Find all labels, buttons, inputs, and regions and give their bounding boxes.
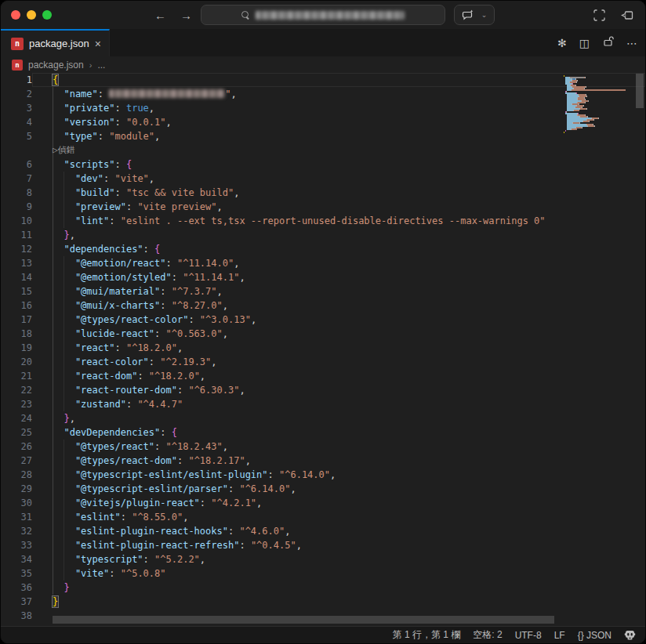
code-line: 27 "@types/react-dom": "^18.2.17", [1,454,645,468]
code-lines: 1{2 "name": ",3 "private": true,4 "versi… [1,73,645,623]
line-number: 26 [1,440,32,454]
back-arrow-icon[interactable]: ← [154,9,166,22]
zoom-window-button[interactable] [42,10,52,20]
code-line: 1{ [1,73,645,87]
horizontal-scrollbar[interactable] [53,616,554,624]
code-line: 30 "@vitejs/plugin-react": "^4.2.1", [1,496,645,510]
code-line: 19 "react": "^18.2.0", [1,341,645,355]
code-line: 14 "@emotion/styled": "^11.14.1", [1,270,645,284]
code-line: 22 "react-router-dom": "^6.30.3", [1,383,645,397]
editor-actions: ✻ ◫ ⋯ [557,29,637,56]
code-line: 36 } [1,581,645,595]
line-number: 18 [1,327,32,341]
chevron-down-icon[interactable]: ⌄ [481,11,488,19]
code-line: 2 "name": ", [1,87,645,101]
code-line: 5 "type": "module", [1,129,645,143]
line-number: 28 [1,468,32,482]
encoding-status[interactable]: UTF-8 [515,630,542,641]
line-number: 21 [1,369,32,383]
tab-bar: n package.json × ✻ ◫ ⋯ [1,29,645,56]
codelens-row[interactable]: ▷偵錯 [1,143,645,157]
titlebar: ← → ⌄ [1,1,645,29]
line-number: 14 [1,270,32,284]
line-number: 37 [1,595,32,609]
code-line: 34 "typescript": "^5.2.2", [1,552,645,566]
code-line: 28 "@typescript-eslint/eslint-plugin": "… [1,468,645,482]
traffic-lights [11,10,52,20]
line-number: 10 [1,214,32,228]
copilot-status-icon[interactable] [624,630,636,640]
line-number: 12 [1,242,32,256]
code-line: 35 "vite": "^5.0.8" [1,566,645,581]
minimize-window-button[interactable] [27,10,36,20]
line-number: 16 [1,298,32,313]
customize-layout-icon[interactable] [593,9,605,21]
code-line: 10 "lint": "eslint . --ext ts,tsx --repo… [1,214,645,228]
vertical-scrollbar[interactable] [636,74,644,108]
history-nav: ← → [154,9,192,22]
code-line: 8 "build": "tsc && vite build", [1,186,645,200]
line-number: 5 [1,129,32,143]
line-number: 1 [1,73,32,87]
status-bar: 第 1 行，第 1 欄 空格: 2 UTF-8 LF {} JSON [1,626,645,643]
breadcrumb-separator-icon: › [89,60,93,70]
breadcrumb-symbol[interactable]: ... [97,60,105,71]
code-line: 25 "devDependencies": { [1,425,645,440]
close-window-button[interactable] [11,10,20,20]
code-line: 16 "@mui/x-charts": "^8.27.0", [1,298,645,313]
line-number: 27 [1,454,32,468]
code-line: 32 "eslint-plugin-react-hooks": "^4.6.0"… [1,524,645,538]
line-number: 6 [1,157,32,172]
code-line: 37} [1,595,645,609]
line-number: 30 [1,496,32,510]
search-input[interactable] [201,5,445,25]
toggle-panel-icon[interactable] [621,9,634,21]
forward-arrow-icon[interactable]: → [180,9,192,22]
line-number: 4 [1,115,32,129]
code-line: 12 "dependencies": { [1,242,645,256]
chat-bubble-sparkle-icon [462,9,474,21]
code-line: 15 "@mui/material": "^7.3.7", [1,284,645,298]
language-mode-status[interactable]: {} JSON [578,630,612,641]
line-number: 38 [1,609,32,623]
code-line: 26 "@types/react": "^18.2.43", [1,440,645,454]
line-number: 17 [1,313,32,327]
eol-status[interactable]: LF [554,630,565,641]
copilot-chat-button[interactable]: ⌄ [454,5,495,25]
indentation-status[interactable]: 空格: 2 [473,628,502,642]
code-line: 20 "react-color": "^2.19.3", [1,355,645,369]
line-number: 24 [1,411,32,425]
code-line: 11 }, [1,228,645,242]
breadcrumb-file[interactable]: package.json [28,60,84,71]
search-text-redacted [256,11,405,20]
line-number: 33 [1,538,32,552]
more-actions-icon[interactable]: ⋯ [626,37,637,49]
code-line: 21 "react-dom": "^18.2.0", [1,369,645,383]
tab-label: package.json [29,38,89,49]
line-number: 20 [1,355,32,369]
line-number: 25 [1,425,32,440]
codelens-debug-link[interactable]: ▷偵錯 [1,143,75,157]
split-editor-icon[interactable]: ◫ [579,37,590,49]
code-line: 23 "zustand": "^4.4.7" [1,397,645,411]
unlock-icon[interactable] [602,35,614,50]
line-number: 15 [1,284,32,298]
code-line: 33 "eslint-plugin-react-refresh": "^0.4.… [1,538,645,552]
line-number: 9 [1,200,32,214]
code-line: 31 "eslint": "^8.55.0", [1,510,645,524]
redacted-value [109,89,225,98]
line-number: 8 [1,186,32,200]
code-editor[interactable]: 1{2 "name": ",3 "private": true,4 "versi… [1,73,645,626]
close-tab-icon[interactable]: × [95,38,101,50]
cursor-position-status[interactable]: 第 1 行，第 1 欄 [393,628,461,642]
tab-package-json[interactable]: n package.json × [1,29,110,56]
line-number: 32 [1,524,32,538]
line-number: 19 [1,341,32,355]
line-number: 2 [1,87,32,101]
chatgpt-icon[interactable]: ✻ [557,37,567,49]
line-number: 7 [1,172,32,186]
code-line: 9 "preview": "vite preview", [1,200,645,214]
line-number: 29 [1,482,32,496]
npm-file-icon: n [12,60,23,71]
code-line: 18 "lucide-react": "^0.563.0", [1,327,645,341]
